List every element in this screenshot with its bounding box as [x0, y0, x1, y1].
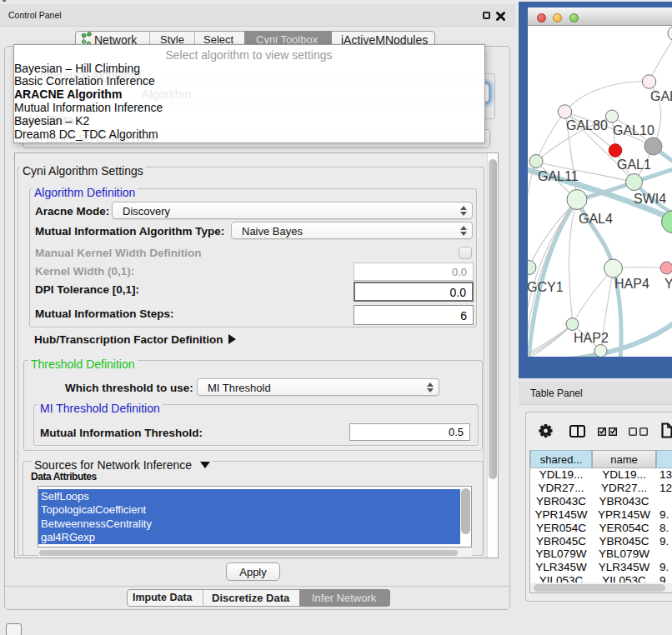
svg-text:GAL1: GAL1	[617, 158, 651, 172]
svg-text:GAL11: GAL11	[538, 169, 579, 183]
svg-text:GCY1: GCY1	[528, 280, 564, 294]
svg-text:HAP4: HAP4	[614, 277, 649, 291]
svg-text:SWI4: SWI4	[634, 192, 666, 206]
svg-text:Y: Y	[664, 277, 672, 291]
svg-text:GAL10: GAL10	[613, 123, 654, 138]
svg-text:GAL4: GAL4	[579, 212, 613, 226]
svg-text:GAL80: GAL80	[566, 118, 608, 132]
svg-text:HAP2: HAP2	[574, 331, 609, 345]
svg-text:GAL: GAL	[650, 89, 672, 103]
